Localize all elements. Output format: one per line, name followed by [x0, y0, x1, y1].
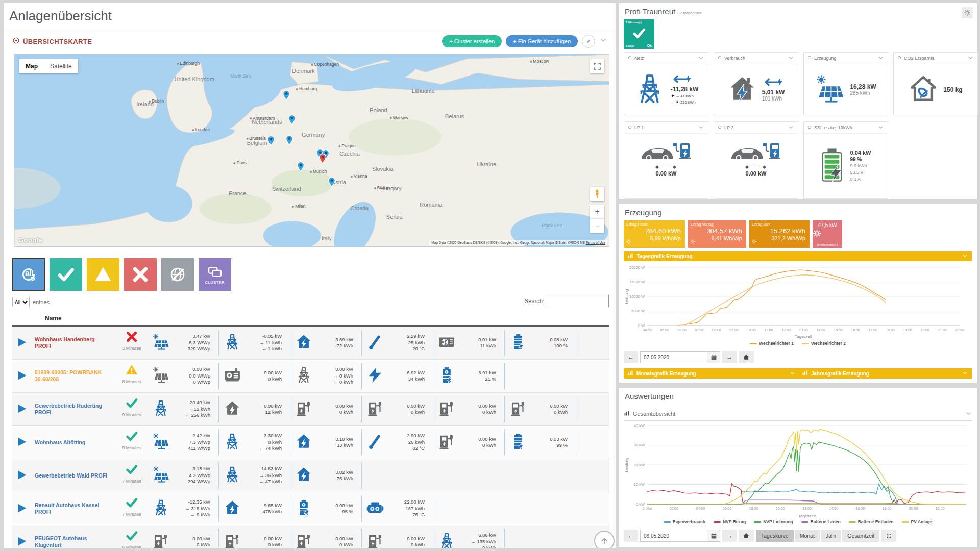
table-row[interactable]: Renault Autohaus Kassel PROFI7 Minutes-1…: [12, 492, 609, 525]
calendar-icon[interactable]: [707, 530, 720, 541]
calendar-icon[interactable]: [707, 352, 720, 363]
map-marker[interactable]: [281, 89, 292, 101]
map-terms-link[interactable]: Terms of Use: [586, 241, 605, 244]
tile-co2-header[interactable]: CO2 Ersparnis: [894, 53, 977, 64]
day-chart-bar[interactable]: Tagesgrafik Erzeugung: [624, 251, 972, 261]
tile-battery-header[interactable]: SSL esafer 10kWh: [804, 122, 888, 134]
entries-select[interactable]: All: [12, 297, 30, 307]
map-fullscreen-button[interactable]: [590, 59, 604, 73]
refresh-button[interactable]: [881, 530, 896, 542]
filter-all-button[interactable]: all: [12, 258, 45, 291]
charger-icon: [295, 532, 312, 548]
range-jahr-button[interactable]: Jahr: [821, 530, 841, 542]
play-button[interactable]: [16, 503, 28, 516]
table-row[interactable]: Gewerbebetrieb Ruderting PROFI9 Minutes-…: [12, 393, 609, 426]
add-device-button[interactable]: + Ein Gerät hinzufügen: [506, 35, 578, 47]
filter-error-button[interactable]: [124, 258, 157, 291]
plant-name-link[interactable]: Gewerbebetrieb Wald PROFI: [35, 472, 110, 479]
collapse-chevron-icon[interactable]: [599, 36, 607, 46]
charger-icon: [295, 399, 312, 417]
filter-offline-button[interactable]: [161, 258, 194, 291]
chevron-down-icon: [962, 253, 968, 259]
next-day-button[interactable]: →: [722, 530, 737, 542]
battery-current: 0.3 A: [850, 176, 871, 183]
expand-map-button[interactable]: [582, 35, 595, 48]
play-button[interactable]: [16, 436, 28, 449]
tile-lp2-header[interactable]: LP 2: [714, 122, 798, 134]
plant-name-link[interactable]: PEUGEOT Autohaus Klagenfurt: [35, 535, 110, 548]
table-row[interactable]: Gewerbebetrieb Wald PROFI7 Minutes3.18 k…: [12, 459, 609, 492]
europe-map[interactable]: United KingdomIrelandFranceGermanyPoland…: [14, 54, 609, 247]
map-marker[interactable]: [295, 161, 306, 172]
map-zoom-out-button[interactable]: −: [590, 219, 604, 233]
tile-erzeugung-header[interactable]: Erzeugung: [804, 53, 888, 64]
prev-day-button[interactable]: ←: [624, 530, 638, 542]
play-button[interactable]: [16, 469, 28, 483]
grid-import: 41 kWh: [680, 94, 693, 98]
yield-tile[interactable]: Ertrag Vortag 304,57 kWh 6,41 Wh/Wp: [688, 220, 746, 248]
tile-lp1-header[interactable]: LP 1: [624, 122, 708, 134]
map-marker[interactable]: [326, 176, 337, 187]
play-button[interactable]: [16, 536, 28, 548]
plant-name-link[interactable]: Gewerbebetrieb Ruderting PROFI: [35, 403, 110, 416]
metric-cell: 0.00 kW0 kWh: [290, 396, 362, 422]
map-marker[interactable]: [286, 114, 298, 125]
tile-verbrauch-header[interactable]: Verbrauch: [714, 53, 798, 64]
legend-item[interactable]: Batterie Entladen: [849, 519, 894, 524]
device-settings-button[interactable]: [962, 7, 973, 18]
date-input[interactable]: [641, 533, 707, 539]
tile-netz-header[interactable]: Netz: [624, 53, 708, 64]
home-date-button[interactable]: [739, 530, 754, 542]
month-chart-bar[interactable]: Monatsgrafik Erzeugung: [624, 368, 799, 379]
map-zoom-in-button[interactable]: +: [590, 205, 604, 219]
map-marker[interactable]: [284, 134, 295, 145]
table-row[interactable]: Wohnhaus Altötting9 Minutes2.42 kW7.3 W/…: [12, 426, 609, 459]
prev-day-button[interactable]: ←: [624, 351, 638, 363]
table-row[interactable]: 51909-00005: POWRBANK 30-60/2088 Minutes…: [12, 360, 609, 393]
map-marker[interactable]: [317, 153, 328, 164]
plant-name-link[interactable]: Wohnhaus Handenberg PROFI: [35, 336, 110, 349]
legend-item[interactable]: Wechselrichter 2: [802, 341, 846, 346]
erzeugung-card: Erzeugung Ertrag Heute 284,60 kWh 5,99 W…: [619, 204, 977, 383]
map-type-satellite-button[interactable]: Satellite: [44, 59, 78, 73]
metric-value: 0 kWh: [384, 542, 425, 548]
table-row[interactable]: Wohnhaus Handenberg PROFI3 Minutes3.47 k…: [12, 327, 609, 360]
metric-cell: 0.00 kW0 kWh: [218, 529, 290, 548]
plant-name-link[interactable]: Wohnhaus Altötting: [35, 439, 110, 446]
device-status-tile[interactable]: 7 Minute(n) Status Ok: [624, 19, 654, 49]
filter-warning-button[interactable]: [87, 258, 119, 291]
range-tageskurve-button[interactable]: Tageskurve: [756, 530, 794, 542]
inverter-tile[interactable]: 47,5 kW Wechselrichter 2: [813, 220, 842, 248]
legend-item[interactable]: Batterie Laden: [801, 519, 841, 524]
legend-item[interactable]: Wechselrichter 1: [750, 341, 794, 346]
play-button[interactable]: [16, 370, 28, 383]
home-date-button[interactable]: [739, 351, 754, 363]
legend-item[interactable]: PV Anlage: [902, 519, 933, 524]
legend-item[interactable]: NVP Lieferung: [754, 519, 793, 524]
plant-name-link[interactable]: Renault Autohaus Kassel PROFI: [35, 502, 110, 515]
search-input[interactable]: [547, 295, 609, 307]
play-button[interactable]: [16, 337, 28, 350]
pegman-control[interactable]: [590, 187, 604, 201]
yield-tile[interactable]: Ertrag Jahr 15.262 kWh 321,2 Wh/Wp: [749, 220, 810, 248]
map-marker[interactable]: [265, 135, 277, 146]
table-row[interactable]: PEUGEOT Autohaus Klagenfurt6 Minutes0.00…: [12, 525, 609, 548]
range-monat-button[interactable]: Monat: [795, 530, 820, 542]
scroll-to-top-button[interactable]: [594, 531, 615, 548]
play-button[interactable]: [16, 403, 28, 416]
year-chart-bar[interactable]: Jahresgrafik Erzeugung: [798, 368, 972, 379]
range-gesamtzeit-button[interactable]: Gesamtzeit: [842, 530, 879, 542]
date-input[interactable]: [641, 355, 707, 360]
overview-chart-bar[interactable]: Gesamtübersicht: [624, 407, 972, 421]
bolt-icon: [366, 366, 384, 384]
filter-cluster-button[interactable]: CLUSTER: [199, 258, 231, 291]
map-type-map-button[interactable]: Map: [19, 59, 44, 73]
legend-item[interactable]: NVP Bezug: [714, 519, 746, 524]
filter-ok-button[interactable]: [50, 258, 82, 291]
next-day-button[interactable]: →: [722, 351, 737, 363]
create-cluster-button[interactable]: + Cluster erstellen: [442, 35, 502, 47]
yield-tile[interactable]: Ertrag Heute 284,60 kWh 5,99 Wh/Wp: [624, 220, 685, 248]
metric-value: 0.00 kW: [384, 536, 425, 542]
legend-item[interactable]: Eigenverbrauch: [664, 519, 705, 524]
plant-name-link[interactable]: 51909-00005: POWRBANK 30-60/208: [35, 369, 110, 383]
